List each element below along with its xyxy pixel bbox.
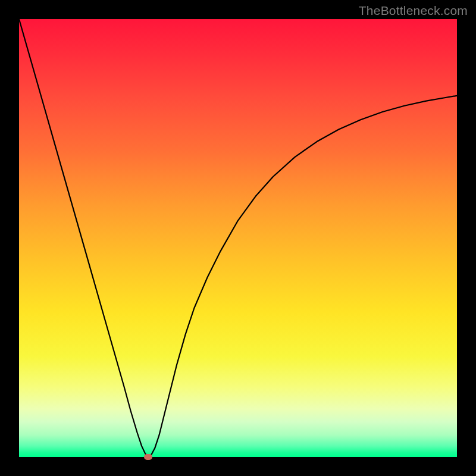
- watermark-label: TheBottleneck.com: [359, 4, 468, 18]
- bottleneck-curve: [19, 19, 457, 457]
- optimal-marker: [144, 454, 152, 460]
- chart-frame: TheBottleneck.com: [0, 0, 476, 476]
- plot-area: [19, 19, 457, 457]
